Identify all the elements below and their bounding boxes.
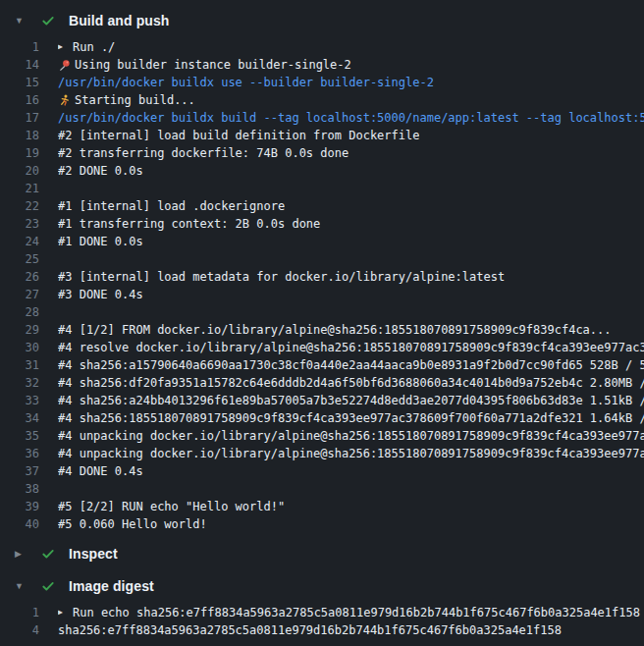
log-line: 20 #2 DONE 0.0s [0,162,644,180]
line-number[interactable]: 32 [0,374,39,392]
log-line-content: #4 sha256:a15790640a6690aa1730c38cf0a440… [58,356,644,374]
log-line: 32 #4 sha256:df20fa9351a15782c64e6dddb2d… [0,374,644,392]
log-line: 37 #4 DONE 0.4s [0,462,644,480]
line-number[interactable]: 29 [0,321,39,339]
log-line: 4 sha256:e7ff8834a5963a2785c5a0811e979d1… [0,621,644,639]
line-number[interactable]: 21 [0,180,39,197]
log-section-header-build-and-push[interactable]: ▼ Build and push [0,9,644,32]
chevron-right-icon: ▶ [15,542,27,565]
log-line: 39 #5 [2/2] RUN echo "Hello world!" [0,498,644,515]
log-text: Run echo sha256:e7ff8834a5963a2785c5a081… [73,604,640,621]
log-text: /usr/bin/docker buildx use --builder bui… [58,74,434,91]
log-line-content: #1 transferring context: 2B 0.0s done [58,215,320,233]
log-line-content: #4 DONE 0.4s [58,462,143,480]
log-line: 23 #1 transferring context: 2B 0.0s done [0,215,644,233]
line-number[interactable]: 38 [0,480,39,498]
log-line: 16 Starting build... [0,91,644,109]
log-text: sha256:e7ff8834a5963a2785c5a0811e979d16b… [58,621,562,639]
log-line: 38 [0,480,644,498]
log-line-content: #4 sha256:185518070891758909c9f839cf4ca3… [58,409,644,427]
log-line-content: #5 0.060 Hello world! [58,515,207,533]
line-number[interactable]: 1 [0,38,39,56]
line-number[interactable]: 16 [0,91,39,109]
log-text: Run ./ [73,38,115,56]
check-icon [41,547,55,561]
line-number[interactable]: 19 [0,144,39,162]
log-line: 34 #4 sha256:185518070891758909c9f839cf4… [0,409,644,427]
chevron-down-icon: ▼ [15,9,27,32]
expand-arrow-icon[interactable]: ▶ [58,604,73,621]
log-line-content: #4 unpacking docker.io/library/alpine@sh… [58,427,644,445]
line-number[interactable]: 34 [0,409,39,427]
log-text: #3 [internal] load metadata for docker.i… [58,268,505,286]
log-section-header-inspect[interactable]: ▶ Inspect [0,542,644,565]
log-line: 17 /usr/bin/docker buildx build --tag lo… [0,109,644,127]
log-line-content: /usr/bin/docker buildx use --builder bui… [58,74,434,91]
log-line-content: Starting build... [58,91,195,109]
actions-log-viewer: ▼ Build and push 1 ▶Run ./ 14 Using buil… [0,9,644,639]
line-number[interactable]: 1 [0,604,39,621]
log-text: #1 transferring context: 2B 0.0s done [58,215,320,233]
log-line-content: #2 DONE 0.0s [58,162,143,180]
line-number[interactable]: 25 [0,250,39,268]
log-text: #1 [internal] load .dockerignore [58,197,285,215]
line-number[interactable]: 14 [0,56,39,74]
line-number[interactable]: 28 [0,303,39,321]
log-text: #3 DONE 0.4s [58,286,143,303]
line-number[interactable]: 33 [0,392,39,409]
log-line: 18 #2 [internal] load build definition f… [0,127,644,144]
log-line-content: #4 [1/2] FROM docker.io/library/alpine@s… [58,321,612,339]
log-line-content: #2 [internal] load build definition from… [58,127,419,144]
log-line-content: #4 unpacking docker.io/library/alpine@sh… [58,445,644,462]
section-title: Build and push [69,13,170,28]
line-number[interactable]: 24 [0,233,39,250]
runner-icon [58,94,71,107]
log-line: 29 #4 [1/2] FROM docker.io/library/alpin… [0,321,644,339]
log-line-content: /usr/bin/docker buildx build --tag local… [58,109,644,127]
log-line-content: Using builder instance builder-single-2 [58,56,351,74]
line-number[interactable]: 30 [0,339,39,356]
expand-arrow-icon[interactable]: ▶ [58,38,73,56]
check-icon [41,14,55,27]
log-line-content: #4 sha256:df20fa9351a15782c64e6dddb2d4a6… [58,374,644,392]
line-number[interactable]: 40 [0,515,39,533]
log-text: #2 [internal] load build definition from… [58,127,419,144]
log-line-content: #2 transferring dockerfile: 74B 0.0s don… [58,144,349,162]
line-number[interactable]: 17 [0,109,39,127]
log-line-content: ▶Run echo sha256:e7ff8834a5963a2785c5a08… [58,604,640,621]
log-line: 15 /usr/bin/docker buildx use --builder … [0,74,644,91]
line-number[interactable]: 35 [0,427,39,445]
log-text: #4 DONE 0.4s [58,462,143,480]
log-line: 40 #5 0.060 Hello world! [0,515,644,533]
log-text: #5 0.060 Hello world! [58,515,207,533]
log-line-content: sha256:e7ff8834a5963a2785c5a0811e979d16b… [58,621,562,639]
line-number[interactable]: 36 [0,445,39,462]
log-line: 19 #2 transferring dockerfile: 74B 0.0s … [0,144,644,162]
line-number[interactable]: 31 [0,356,39,374]
log-text: #4 sha256:a24bb4013296f61e89ba57005a7b3e… [58,392,644,409]
log-text: #4 resolve docker.io/library/alpine@sha2… [58,339,644,356]
line-number[interactable]: 22 [0,197,39,215]
log-line-content: #1 [internal] load .dockerignore [58,197,285,215]
log-text: #4 sha256:df20fa9351a15782c64e6dddb2d4a6… [58,374,644,392]
line-number[interactable]: 18 [0,127,39,144]
log-text: #1 DONE 0.0s [58,233,143,250]
log-section: ▼ Image digest 1 ▶Run echo sha256:e7ff88… [0,574,644,639]
log-line: 25 [0,250,644,268]
line-number[interactable]: 4 [0,621,39,639]
line-number[interactable]: 27 [0,286,39,303]
log-text: Using builder instance builder-single-2 [75,56,351,74]
pushpin-icon [58,59,71,72]
log-text: #2 transferring dockerfile: 74B 0.0s don… [58,144,349,162]
line-number[interactable]: 23 [0,215,39,233]
line-number[interactable]: 39 [0,498,39,515]
line-number[interactable]: 20 [0,162,39,180]
log-line: 27 #3 DONE 0.4s [0,286,644,303]
log-text: #4 sha256:a15790640a6690aa1730c38cf0a440… [58,356,644,374]
log-line-content: ▶Run ./ [58,38,115,56]
line-number[interactable]: 26 [0,268,39,286]
log-section-header-image-digest[interactable]: ▼ Image digest [0,574,644,598]
line-number[interactable]: 37 [0,462,39,480]
line-number[interactable]: 15 [0,74,39,91]
log-text: Starting build... [75,91,195,109]
